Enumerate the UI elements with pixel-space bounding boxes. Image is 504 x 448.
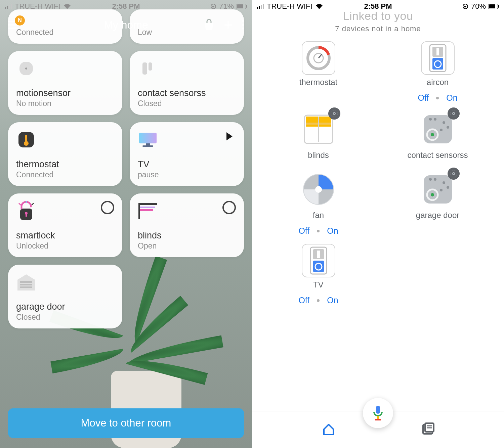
svg-rect-27 (138, 203, 157, 205)
menu-badge: N (15, 15, 25, 26)
motion-sensor-icon (16, 58, 36, 79)
svg-rect-16 (139, 133, 157, 143)
gh-device-fan[interactable]: fan Off On (265, 171, 371, 236)
svg-line-25 (32, 203, 34, 205)
svg-rect-57 (424, 115, 452, 143)
device-title: contact sensorss (138, 88, 236, 98)
device-status: pause (138, 170, 236, 179)
gh-device-aircon[interactable]: aircon Off On (385, 41, 491, 103)
app-header: N My home + (0, 13, 252, 44)
device-title: smartlock (16, 231, 114, 241)
toggle-ring[interactable] (101, 201, 114, 214)
svg-point-70 (443, 181, 445, 184)
add-button[interactable]: + (224, 17, 233, 32)
device-card-tv[interactable]: TV pause (130, 122, 244, 186)
device-card-motionsensor[interactable]: motionsensor No motion (8, 51, 122, 115)
garage-icon (16, 272, 36, 292)
svg-rect-31 (20, 281, 32, 283)
fan-icon (300, 171, 337, 208)
move-to-room-button[interactable]: Move to other room (8, 408, 244, 438)
gh-label: contact sensorss (407, 150, 468, 160)
svg-rect-77 (317, 251, 320, 258)
on-button[interactable]: On (327, 226, 338, 236)
google-home-screen: TRUE-H WIFI 2:58 PM 70% Linked to you 7 … (252, 0, 504, 448)
off-button[interactable]: Off (298, 226, 309, 236)
gh-device-garage[interactable]: garage door (385, 171, 491, 236)
device-status: Connected (16, 170, 114, 179)
toggle-ring[interactable] (222, 201, 236, 214)
status-bar-left: TRUE-H WIFI 2:58 PM 71% (0, 0, 252, 13)
svg-point-68 (429, 178, 432, 181)
svg-rect-67 (424, 175, 452, 204)
section-subtitle: 7 devices not in a home (252, 25, 504, 33)
clock: 2:58 PM (364, 2, 392, 11)
svg-rect-22 (26, 213, 27, 217)
svg-rect-12 (149, 62, 152, 71)
device-title: garage door (16, 302, 114, 312)
on-button[interactable]: On (327, 296, 338, 305)
gh-controls: Off On (298, 296, 338, 305)
svg-point-10 (25, 68, 27, 70)
thermostat-icon (302, 41, 335, 75)
svg-rect-80 (376, 406, 380, 414)
svg-rect-33 (20, 286, 32, 288)
tv-icon (138, 130, 158, 150)
svg-point-62 (440, 129, 443, 131)
device-title: TV (138, 160, 236, 170)
battery-icon (237, 4, 247, 9)
menu-button[interactable]: N (8, 21, 19, 29)
svg-point-66 (315, 186, 322, 193)
device-card-garage[interactable]: garage door Closed (8, 265, 122, 328)
svg-point-15 (24, 141, 29, 146)
svg-point-59 (434, 118, 436, 121)
device-card-thermostat[interactable]: thermostat Connected (8, 122, 122, 186)
rotation-lock-icon (462, 3, 468, 9)
signal-icon (257, 4, 264, 9)
gh-device-grid: thermostat aircon Off On blinds (252, 35, 504, 411)
play-button[interactable] (222, 130, 236, 143)
gh-device-tv[interactable]: TV Off On (265, 244, 371, 305)
device-title: blinds (138, 231, 236, 241)
gh-label: garage door (416, 211, 459, 220)
device-status: No motion (16, 99, 114, 108)
gh-label: TV (313, 280, 324, 289)
aircon-icon (421, 41, 455, 75)
gh-device-contact-sensor[interactable]: contact sensorss (385, 111, 491, 163)
dot-indicator (317, 230, 320, 232)
svg-point-58 (429, 118, 432, 121)
device-card-contact-sensor[interactable]: contact sensorss Closed (130, 51, 244, 115)
dot-indicator (436, 97, 439, 99)
gh-controls: Off On (298, 226, 338, 236)
svg-rect-11 (142, 62, 147, 75)
off-button[interactable]: Off (418, 93, 429, 103)
bottom-nav (252, 411, 504, 448)
svg-point-60 (443, 121, 445, 124)
battery-icon (489, 4, 499, 9)
device-card-blinds[interactable]: blinds Open (130, 193, 244, 257)
svg-rect-37 (263, 4, 264, 9)
device-card-smartlock[interactable]: smartlock Unlocked (8, 193, 122, 257)
dot-indicator (317, 299, 320, 302)
more-button[interactable] (242, 20, 244, 30)
on-button[interactable]: On (446, 93, 457, 103)
svg-rect-35 (259, 6, 260, 9)
svg-point-71 (447, 186, 449, 189)
off-button[interactable]: Off (298, 296, 309, 305)
svg-rect-7 (237, 4, 243, 8)
battery-percent: 71% (219, 2, 234, 11)
assistant-mic-button[interactable] (363, 398, 393, 428)
home-tab[interactable] (322, 422, 335, 437)
device-status: Closed (138, 99, 236, 108)
svg-rect-42 (498, 5, 499, 8)
gh-controls: Off On (418, 93, 457, 103)
svg-rect-5 (212, 6, 214, 7)
svg-rect-41 (489, 4, 495, 8)
svg-rect-39 (464, 6, 466, 7)
gh-device-thermostat[interactable]: thermostat (265, 41, 371, 103)
shop-icon[interactable] (204, 19, 214, 31)
activity-tab[interactable] (421, 422, 434, 437)
gh-device-blinds[interactable]: blinds (265, 111, 371, 163)
page-title[interactable]: My home (104, 19, 148, 31)
smartthings-screen: TRUE-H WIFI 2:58 PM 71% N My home (0, 0, 252, 448)
svg-rect-17 (146, 143, 150, 145)
